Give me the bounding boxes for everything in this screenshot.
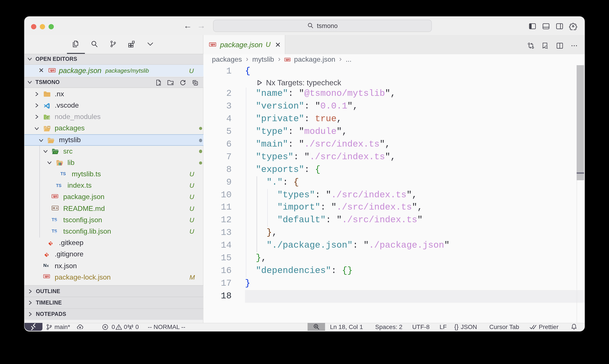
svg-text:x: x [47,264,49,268]
svg-text:TS: TS [60,171,66,176]
svg-text:TS: TS [56,183,62,188]
svg-text:N: N [43,263,46,268]
svg-text:JS: JS [47,117,49,119]
